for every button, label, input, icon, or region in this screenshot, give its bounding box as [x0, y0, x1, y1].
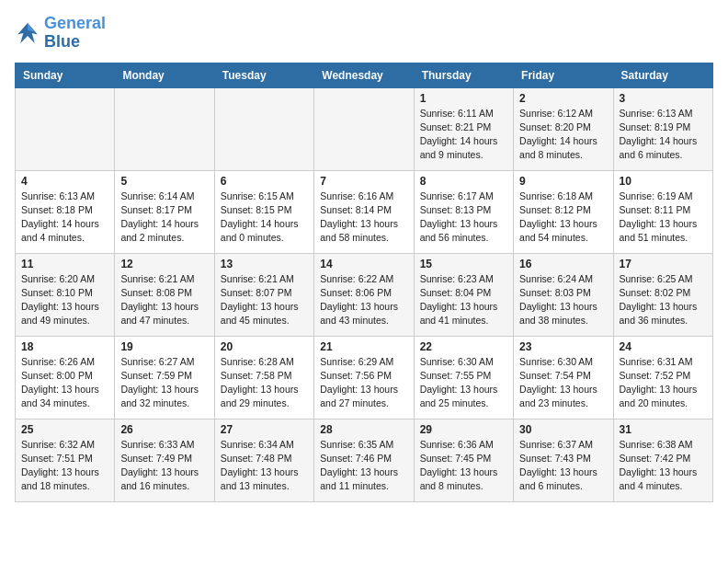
day-info: Sunrise: 6:30 AM Sunset: 7:55 PM Dayligh… — [420, 355, 507, 411]
header-sunday: Sunday — [16, 63, 115, 87]
day-number: 22 — [420, 340, 507, 353]
calendar-week-4: 18Sunrise: 6:26 AM Sunset: 8:00 PM Dayli… — [16, 336, 713, 419]
day-info: Sunrise: 6:11 AM Sunset: 8:21 PM Dayligh… — [420, 107, 507, 163]
day-number: 11 — [21, 258, 108, 270]
calendar-header-row: SundayMondayTuesdayWednesdayThursdayFrid… — [16, 63, 713, 87]
header-saturday: Saturday — [613, 63, 712, 87]
day-info: Sunrise: 6:22 AM Sunset: 8:06 PM Dayligh… — [320, 272, 407, 328]
day-info: Sunrise: 6:33 AM Sunset: 7:49 PM Dayligh… — [120, 438, 208, 494]
logo-text: GeneralBlue — [44, 15, 106, 52]
calendar-cell: 7Sunrise: 6:16 AM Sunset: 8:14 PM Daylig… — [314, 170, 414, 253]
calendar-cell: 19Sunrise: 6:27 AM Sunset: 7:59 PM Dayli… — [115, 336, 214, 419]
calendar-cell — [115, 87, 214, 170]
calendar-cell: 8Sunrise: 6:17 AM Sunset: 8:13 PM Daylig… — [414, 170, 513, 253]
calendar-cell: 4Sunrise: 6:13 AM Sunset: 8:18 PM Daylig… — [16, 170, 115, 253]
day-info: Sunrise: 6:30 AM Sunset: 7:54 PM Dayligh… — [519, 355, 607, 411]
day-number: 7 — [320, 175, 407, 188]
day-number: 5 — [120, 175, 208, 188]
day-info: Sunrise: 6:23 AM Sunset: 8:04 PM Dayligh… — [420, 272, 507, 328]
calendar-cell: 15Sunrise: 6:23 AM Sunset: 8:04 PM Dayli… — [414, 253, 513, 336]
header-monday: Monday — [115, 63, 214, 87]
calendar-cell: 28Sunrise: 6:35 AM Sunset: 7:46 PM Dayli… — [314, 419, 414, 501]
day-number: 18 — [21, 340, 108, 353]
day-number: 10 — [620, 175, 707, 188]
day-number: 29 — [420, 423, 507, 436]
calendar-cell: 14Sunrise: 6:22 AM Sunset: 8:06 PM Dayli… — [314, 253, 414, 336]
day-info: Sunrise: 6:21 AM Sunset: 8:08 PM Dayligh… — [120, 272, 208, 328]
calendar-cell: 21Sunrise: 6:29 AM Sunset: 7:56 PM Dayli… — [314, 336, 414, 419]
calendar-cell: 26Sunrise: 6:33 AM Sunset: 7:49 PM Dayli… — [115, 419, 214, 501]
logo-icon — [15, 20, 40, 46]
day-info: Sunrise: 6:13 AM Sunset: 8:18 PM Dayligh… — [21, 190, 108, 246]
day-info: Sunrise: 6:38 AM Sunset: 7:42 PM Dayligh… — [620, 438, 707, 494]
calendar-cell: 16Sunrise: 6:24 AM Sunset: 8:03 PM Dayli… — [514, 253, 613, 336]
day-info: Sunrise: 6:13 AM Sunset: 8:19 PM Dayligh… — [620, 107, 707, 163]
calendar-cell: 27Sunrise: 6:34 AM Sunset: 7:48 PM Dayli… — [214, 419, 313, 501]
day-info: Sunrise: 6:37 AM Sunset: 7:43 PM Dayligh… — [519, 438, 607, 494]
day-number: 28 — [320, 423, 407, 436]
calendar-cell: 31Sunrise: 6:38 AM Sunset: 7:42 PM Dayli… — [613, 419, 712, 501]
day-info: Sunrise: 6:34 AM Sunset: 7:48 PM Dayligh… — [221, 438, 308, 494]
day-info: Sunrise: 6:25 AM Sunset: 8:02 PM Dayligh… — [620, 272, 707, 328]
calendar-cell: 10Sunrise: 6:19 AM Sunset: 8:11 PM Dayli… — [613, 170, 712, 253]
day-number: 27 — [221, 423, 308, 436]
day-number: 24 — [620, 340, 707, 353]
day-number: 30 — [519, 423, 607, 436]
day-number: 25 — [21, 423, 108, 436]
calendar-cell: 29Sunrise: 6:36 AM Sunset: 7:45 PM Dayli… — [414, 419, 513, 501]
calendar-cell — [16, 87, 115, 170]
calendar-cell — [214, 87, 313, 170]
calendar-cell: 30Sunrise: 6:37 AM Sunset: 7:43 PM Dayli… — [514, 419, 613, 501]
day-info: Sunrise: 6:24 AM Sunset: 8:03 PM Dayligh… — [519, 272, 607, 328]
calendar-cell: 5Sunrise: 6:14 AM Sunset: 8:17 PM Daylig… — [115, 170, 214, 253]
calendar-cell: 2Sunrise: 6:12 AM Sunset: 8:20 PM Daylig… — [514, 87, 613, 170]
calendar-cell: 13Sunrise: 6:21 AM Sunset: 8:07 PM Dayli… — [214, 253, 313, 336]
day-info: Sunrise: 6:18 AM Sunset: 8:12 PM Dayligh… — [519, 190, 607, 246]
calendar-cell: 23Sunrise: 6:30 AM Sunset: 7:54 PM Dayli… — [514, 336, 613, 419]
calendar-cell — [314, 87, 414, 170]
day-number: 14 — [320, 258, 407, 270]
calendar-cell: 1Sunrise: 6:11 AM Sunset: 8:21 PM Daylig… — [414, 87, 513, 170]
day-number: 19 — [120, 340, 208, 353]
day-info: Sunrise: 6:28 AM Sunset: 7:58 PM Dayligh… — [221, 355, 308, 411]
day-info: Sunrise: 6:36 AM Sunset: 7:45 PM Dayligh… — [420, 438, 507, 494]
day-number: 23 — [519, 340, 607, 353]
calendar-table: SundayMondayTuesdayWednesdayThursdayFrid… — [15, 63, 713, 502]
day-info: Sunrise: 6:27 AM Sunset: 7:59 PM Dayligh… — [120, 355, 208, 411]
calendar-cell: 17Sunrise: 6:25 AM Sunset: 8:02 PM Dayli… — [613, 253, 712, 336]
logo: GeneralBlue — [15, 15, 106, 52]
day-info: Sunrise: 6:19 AM Sunset: 8:11 PM Dayligh… — [620, 190, 707, 246]
calendar-cell: 6Sunrise: 6:15 AM Sunset: 8:15 PM Daylig… — [214, 170, 313, 253]
calendar-cell: 3Sunrise: 6:13 AM Sunset: 8:19 PM Daylig… — [613, 87, 712, 170]
calendar-cell: 11Sunrise: 6:20 AM Sunset: 8:10 PM Dayli… — [16, 253, 115, 336]
day-number: 1 — [420, 92, 507, 105]
day-number: 31 — [620, 423, 707, 436]
calendar-week-2: 4Sunrise: 6:13 AM Sunset: 8:18 PM Daylig… — [16, 170, 713, 253]
day-number: 20 — [221, 340, 308, 353]
day-number: 8 — [420, 175, 507, 188]
day-number: 17 — [620, 258, 707, 270]
day-number: 6 — [221, 175, 308, 188]
calendar-week-3: 11Sunrise: 6:20 AM Sunset: 8:10 PM Dayli… — [16, 253, 713, 336]
day-info: Sunrise: 6:14 AM Sunset: 8:17 PM Dayligh… — [120, 190, 208, 246]
day-info: Sunrise: 6:32 AM Sunset: 7:51 PM Dayligh… — [21, 438, 108, 494]
day-info: Sunrise: 6:17 AM Sunset: 8:13 PM Dayligh… — [420, 190, 507, 246]
day-info: Sunrise: 6:35 AM Sunset: 7:46 PM Dayligh… — [320, 438, 407, 494]
day-info: Sunrise: 6:15 AM Sunset: 8:15 PM Dayligh… — [221, 190, 308, 246]
day-number: 12 — [120, 258, 208, 270]
day-info: Sunrise: 6:16 AM Sunset: 8:14 PM Dayligh… — [320, 190, 407, 246]
day-number: 4 — [21, 175, 108, 188]
day-number: 2 — [519, 92, 607, 105]
calendar-cell: 18Sunrise: 6:26 AM Sunset: 8:00 PM Dayli… — [16, 336, 115, 419]
calendar-cell: 24Sunrise: 6:31 AM Sunset: 7:52 PM Dayli… — [613, 336, 712, 419]
header-thursday: Thursday — [414, 63, 513, 87]
day-info: Sunrise: 6:20 AM Sunset: 8:10 PM Dayligh… — [21, 272, 108, 328]
day-number: 9 — [519, 175, 607, 188]
calendar-cell: 9Sunrise: 6:18 AM Sunset: 8:12 PM Daylig… — [514, 170, 613, 253]
calendar-week-5: 25Sunrise: 6:32 AM Sunset: 7:51 PM Dayli… — [16, 419, 713, 501]
header-tuesday: Tuesday — [214, 63, 313, 87]
header-wednesday: Wednesday — [314, 63, 414, 87]
day-info: Sunrise: 6:29 AM Sunset: 7:56 PM Dayligh… — [320, 355, 407, 411]
day-info: Sunrise: 6:26 AM Sunset: 8:00 PM Dayligh… — [21, 355, 108, 411]
calendar-cell: 20Sunrise: 6:28 AM Sunset: 7:58 PM Dayli… — [214, 336, 313, 419]
